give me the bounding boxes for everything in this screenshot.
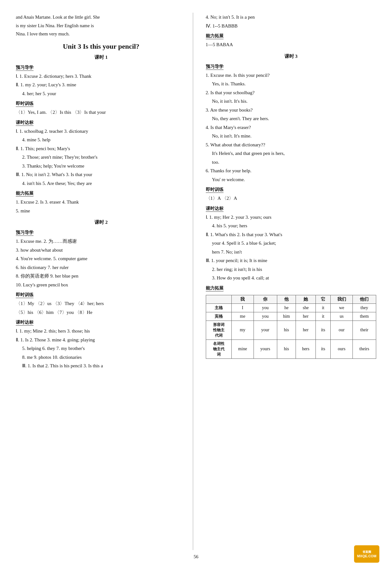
table-header-empty <box>206 295 232 303</box>
keshi2-da-content: Ⅰ. 1. my; Mine 2. this; hers 3. those; h… <box>16 327 187 370</box>
yuxue1-label: 预习导学 <box>16 65 34 71</box>
yuxue2-label: 预习导学 <box>16 230 34 236</box>
pronoun-table: 我 你 他 她 它 我们 他们 主格 I you he she it we <box>206 295 377 359</box>
unit-title: Unit 3 Is this your pencil? <box>16 42 187 51</box>
jishi1-content: 〈1〉Yes, I am. 〈2〉Is this 〈3〉Is that your <box>16 108 187 117</box>
table-header-women: 我们 <box>331 295 352 303</box>
intro-text: and Anais Martane. Look at the little gi… <box>16 13 187 38</box>
jishi3-content: 〈1〉A 〈2〉A <box>206 194 377 203</box>
keshi3-title: 课时 3 <box>206 53 377 59</box>
table-header-ni: 你 <box>254 295 277 303</box>
right-top-answers: 4. No; it isn't 5. It is a pen Ⅳ. 1--5 B… <box>206 13 377 30</box>
jishi3-label: 即时训练 <box>206 187 224 193</box>
nengli1-content: 1. Excuse 2. Is 3. eraser 4. Thank 5. mi… <box>16 198 187 215</box>
keshi3-da-label: 课时达标 <box>206 206 224 212</box>
yuxue3-label: 预习导学 <box>206 64 224 70</box>
table-header-wo: 我 <box>232 295 254 303</box>
keshi1-da-label: 课时达标 <box>16 120 34 126</box>
yuxue2-content: 1. Excuse me. 2. 为……而感谢 3. how about/wha… <box>16 237 187 289</box>
table-row-binge: 宾格 me you him her it us them <box>206 312 376 321</box>
jishi2-content: 〈1〉My 〈2〉us 〈3〉They 〈4〉her; hers 〈5〉his … <box>16 300 187 316</box>
page-number: 56 <box>194 554 199 560</box>
keshi1-da-content: Ⅰ. 1. schoolbag 2. teacher 3. dictionary… <box>16 127 187 188</box>
keshi1-title: 课时 1 <box>16 54 187 60</box>
table-row-zhuге: 主格 I you he she it we they <box>206 303 376 312</box>
logo-top-text: 答案圈 <box>363 550 371 554</box>
jishi2-label: 即时训练 <box>16 292 34 298</box>
table-header-ta-she: 她 <box>296 295 315 303</box>
table-header-ta-it: 它 <box>315 295 331 303</box>
nengli1-label: 能力拓展 <box>16 191 34 197</box>
yuxue1-content: Ⅰ. 1. Excuse 2. dictionary; hers 3. Than… <box>16 72 187 98</box>
keshi3-da-content: Ⅰ. 1. my; Her 2. your 3. yours; ours 4. … <box>206 213 377 282</box>
table-header-ta-he: 他 <box>277 295 296 303</box>
table-row-xingrongci: 形容词性物主代词 my your his her its our their <box>206 321 376 340</box>
yuxue3-content: 1. Excuse me. Is this your pencil? Yes, … <box>206 71 377 184</box>
nengli2-content: 1—5 BABAA <box>206 41 377 49</box>
logo-bottom-text: MXQE.COM <box>357 554 376 558</box>
table-row-mingcixing: 名词性物主代词 mine yours his hers its ours the… <box>206 340 376 358</box>
nengli2-label: 能力拓展 <box>206 33 224 39</box>
logo: 答案圈 MXQE.COM <box>354 545 379 563</box>
keshi2-title: 课时 2 <box>16 219 187 225</box>
keshi2-da-label: 课时达标 <box>16 320 34 326</box>
table-header-tamen: 他们 <box>352 295 376 303</box>
nengli3-label: 能力拓展 <box>206 285 224 291</box>
jishi1-label: 即时训练 <box>16 101 34 107</box>
